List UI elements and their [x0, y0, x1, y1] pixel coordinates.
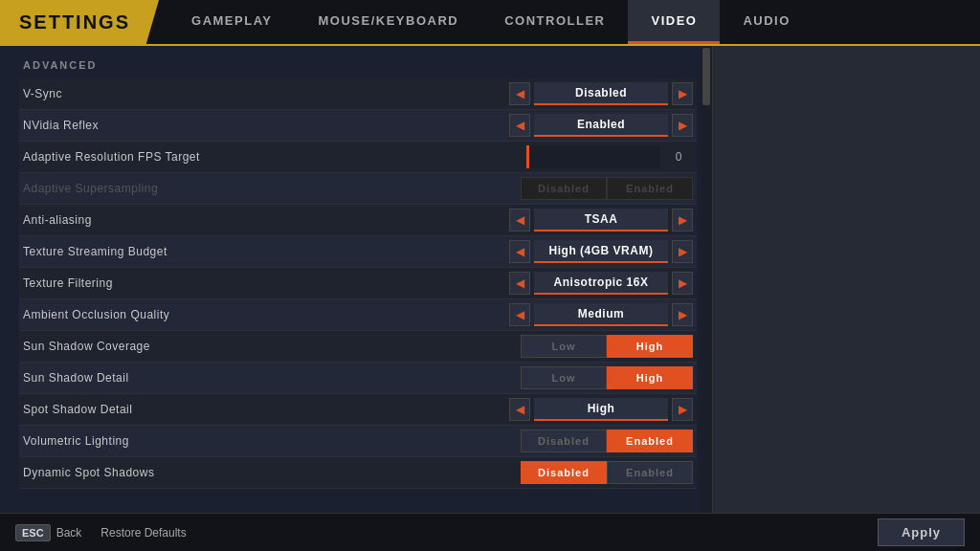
control-vsync: ◀ Disabled ▶ — [509, 82, 693, 105]
volumetric-lighting-toggle: Disabled Enabled — [521, 430, 693, 452]
spot-shadow-detail-right-arrow[interactable]: ▶ — [672, 398, 693, 421]
adaptive-res-value: 0 — [664, 145, 693, 168]
main-content: ADVANCED V-Sync ◀ Disabled ▶ NVidia Refl… — [0, 46, 980, 513]
control-adaptive-super: Disabled Enabled — [521, 177, 693, 200]
nvidia-reflex-value: Enabled — [534, 114, 668, 137]
control-spot-shadow-detail: ◀ High ▶ — [509, 398, 693, 421]
vsync-value: Disabled — [534, 82, 668, 105]
control-dynamic-spot-shadows: Disabled Enabled — [521, 461, 693, 484]
texture-filtering-right-arrow[interactable]: ▶ — [672, 272, 693, 295]
control-sun-shadow-coverage: Low High — [521, 335, 693, 358]
setting-name-texture-budget: Texture Streaming Budget — [23, 245, 509, 258]
control-volumetric-lighting: Disabled Enabled — [521, 430, 693, 452]
control-texture-budget: ◀ High (4GB VRAM) ▶ — [509, 240, 693, 263]
texture-budget-left-arrow[interactable]: ◀ — [509, 240, 530, 263]
setting-row-anti-aliasing: Anti-aliasing ◀ TSAA ▶ — [19, 205, 697, 236]
setting-row-texture-filtering: Texture Filtering ◀ Anisotropic 16X ▶ — [19, 268, 697, 299]
anti-aliasing-right-arrow[interactable]: ▶ — [672, 209, 693, 231]
nvidia-reflex-right-arrow[interactable]: ▶ — [672, 114, 693, 137]
sun-shadow-detail-toggle: Low High — [521, 366, 693, 389]
ambient-occlusion-right-arrow[interactable]: ▶ — [672, 303, 693, 326]
dynamic-spot-shadows-enabled[interactable]: Enabled — [607, 461, 693, 484]
setting-row-nvidia-reflex: NVidia Reflex ◀ Enabled ▶ — [19, 110, 697, 142]
back-label[interactable]: Back — [56, 526, 82, 540]
sun-shadow-coverage-low[interactable]: Low — [521, 335, 607, 358]
adaptive-super-toggle: Disabled Enabled — [521, 177, 693, 200]
restore-defaults-group[interactable]: Restore Defaults — [100, 526, 186, 540]
texture-budget-right-arrow[interactable]: ▶ — [672, 240, 693, 263]
vsync-left-arrow[interactable]: ◀ — [509, 82, 530, 105]
setting-row-dynamic-spot-shadows: Dynamic Spot Shadows Disabled Enabled — [19, 457, 697, 489]
setting-name-spot-shadow-detail: Spot Shadow Detail — [23, 403, 509, 416]
section-label: ADVANCED — [19, 59, 697, 71]
texture-filtering-value: Anisotropic 16X — [534, 272, 668, 295]
app-title: SETTINGS — [0, 0, 159, 44]
scrollbar[interactable] — [701, 46, 712, 513]
setting-row-vsync: V-Sync ◀ Disabled ▶ — [19, 78, 697, 110]
tab-gameplay[interactable]: GAMEPLAY — [168, 0, 295, 44]
volumetric-lighting-enabled[interactable]: Enabled — [607, 430, 693, 452]
tab-video[interactable]: VIDEO — [628, 0, 720, 44]
sun-shadow-coverage-toggle: Low High — [521, 335, 693, 358]
setting-row-adaptive-res: Adaptive Resolution FPS Target 0 — [19, 142, 697, 173]
adaptive-super-disabled[interactable]: Disabled — [521, 177, 607, 200]
control-sun-shadow-detail: Low High — [521, 366, 693, 389]
scrollbar-thumb[interactable] — [702, 48, 710, 105]
setting-row-texture-budget: Texture Streaming Budget ◀ High (4GB VRA… — [19, 236, 697, 268]
control-adaptive-res: 0 — [526, 145, 693, 168]
footer-right: Apply — [878, 518, 965, 546]
anti-aliasing-value: TSAA — [534, 209, 668, 231]
dynamic-spot-shadows-disabled[interactable]: Disabled — [521, 461, 607, 484]
nvidia-reflex-left-arrow[interactable]: ◀ — [509, 114, 530, 137]
setting-row-adaptive-super: Adaptive Supersampling Disabled Enabled — [19, 173, 697, 205]
setting-name-sun-shadow-detail: Sun Shadow Detail — [23, 371, 521, 385]
sun-shadow-detail-low[interactable]: Low — [521, 366, 607, 389]
control-nvidia-reflex: ◀ Enabled ▶ — [509, 114, 693, 137]
texture-filtering-left-arrow[interactable]: ◀ — [509, 272, 530, 295]
setting-name-vsync: V-Sync — [23, 87, 509, 100]
esc-key-badge: ESC — [15, 524, 51, 541]
setting-name-volumetric-lighting: Volumetric Lighting — [23, 434, 521, 448]
setting-name-adaptive-res: Adaptive Resolution FPS Target — [23, 150, 526, 164]
tab-mouse-keyboard[interactable]: MOUSE/KEYBOARD — [296, 0, 482, 44]
setting-name-adaptive-super: Adaptive Supersampling — [23, 182, 521, 195]
back-key-group: ESC Back — [15, 524, 81, 541]
anti-aliasing-left-arrow[interactable]: ◀ — [509, 209, 530, 231]
tab-controller[interactable]: CONTROLLER — [481, 0, 628, 44]
adaptive-res-input[interactable] — [526, 145, 660, 168]
footer: ESC Back Restore Defaults Apply — [0, 513, 980, 551]
settings-list: V-Sync ◀ Disabled ▶ NVidia Reflex ◀ Enab… — [19, 78, 697, 489]
setting-row-sun-shadow-detail: Sun Shadow Detail Low High — [19, 363, 697, 394]
apply-button[interactable]: Apply — [878, 518, 965, 546]
vsync-right-arrow[interactable]: ▶ — [672, 82, 693, 105]
adaptive-super-enabled[interactable]: Enabled — [607, 177, 693, 200]
spot-shadow-detail-value: High — [534, 398, 668, 421]
setting-name-ambient-occlusion: Ambient Occlusion Quality — [23, 308, 509, 321]
setting-row-ambient-occlusion: Ambient Occlusion Quality ◀ Medium ▶ — [19, 299, 697, 331]
setting-name-dynamic-spot-shadows: Dynamic Spot Shadows — [23, 466, 521, 479]
sun-shadow-detail-high[interactable]: High — [607, 366, 693, 389]
right-panel — [712, 46, 980, 513]
setting-name-sun-shadow-coverage: Sun Shadow Coverage — [23, 340, 521, 353]
tab-audio[interactable]: AUDIO — [720, 0, 813, 44]
settings-panel: ADVANCED V-Sync ◀ Disabled ▶ NVidia Refl… — [0, 46, 697, 513]
control-ambient-occlusion: ◀ Medium ▶ — [509, 303, 693, 326]
volumetric-lighting-disabled[interactable]: Disabled — [521, 430, 607, 452]
setting-row-sun-shadow-coverage: Sun Shadow Coverage Low High — [19, 331, 697, 363]
sun-shadow-coverage-high[interactable]: High — [607, 335, 693, 358]
texture-budget-value: High (4GB VRAM) — [534, 240, 668, 263]
control-texture-filtering: ◀ Anisotropic 16X ▶ — [509, 272, 693, 295]
ambient-occlusion-value: Medium — [534, 303, 668, 326]
setting-row-spot-shadow-detail: Spot Shadow Detail ◀ High ▶ — [19, 394, 697, 426]
nav-tabs: GAMEPLAY MOUSE/KEYBOARD CONTROLLER VIDEO… — [168, 0, 813, 44]
setting-row-volumetric-lighting: Volumetric Lighting Disabled Enabled — [19, 426, 697, 457]
control-anti-aliasing: ◀ TSAA ▶ — [509, 209, 693, 231]
dynamic-spot-shadows-toggle: Disabled Enabled — [521, 461, 693, 484]
restore-defaults-label[interactable]: Restore Defaults — [100, 526, 186, 540]
footer-left: ESC Back Restore Defaults — [15, 524, 187, 541]
setting-name-texture-filtering: Texture Filtering — [23, 276, 509, 290]
ambient-occlusion-left-arrow[interactable]: ◀ — [509, 303, 530, 326]
setting-name-anti-aliasing: Anti-aliasing — [23, 213, 509, 227]
spot-shadow-detail-left-arrow[interactable]: ◀ — [509, 398, 530, 421]
header: SETTINGS GAMEPLAY MOUSE/KEYBOARD CONTROL… — [0, 0, 980, 46]
